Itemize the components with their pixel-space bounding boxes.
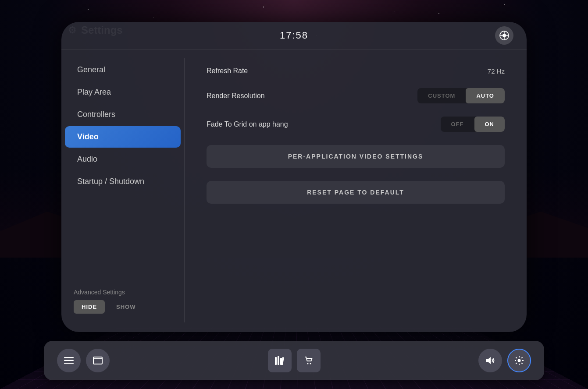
- window-button[interactable]: [86, 349, 110, 372]
- hide-advanced-button[interactable]: HIDE: [74, 300, 105, 314]
- refresh-rate-row: Refresh Rate 72 Hz: [207, 67, 505, 75]
- settings-button[interactable]: [507, 349, 531, 372]
- main-content: General Play Area Controllers Video Audi…: [61, 50, 527, 331]
- hamburger-button[interactable]: [57, 349, 81, 372]
- svg-rect-4: [64, 363, 74, 364]
- show-advanced-button[interactable]: SHOW: [108, 300, 143, 314]
- library-button[interactable]: [268, 349, 292, 372]
- store-button[interactable]: [297, 349, 321, 372]
- svg-rect-3: [64, 360, 74, 361]
- svg-point-11: [307, 363, 308, 364]
- svg-rect-7: [275, 357, 277, 365]
- reset-page-button[interactable]: RESET PAGE TO DEFAULT: [207, 181, 505, 204]
- taskbar: [44, 341, 544, 380]
- fade-to-grid-label: Fade To Grid on app hang: [207, 120, 288, 128]
- sidebar-item-general[interactable]: General: [65, 59, 181, 81]
- render-resolution-toggle: CUSTOM AUTO: [417, 88, 505, 103]
- sidebar-item-play-area[interactable]: Play Area: [65, 81, 181, 103]
- fade-on-option[interactable]: ON: [474, 117, 505, 132]
- render-custom-option[interactable]: CUSTOM: [417, 88, 466, 103]
- render-auto-option[interactable]: AUTO: [466, 88, 505, 103]
- svg-rect-2: [64, 357, 74, 358]
- taskbar-right: [478, 349, 531, 372]
- sidebar-item-controllers[interactable]: Controllers: [65, 104, 181, 125]
- sidebar-item-startup-shutdown[interactable]: Startup / Shutdown: [65, 171, 181, 192]
- fade-to-grid-row: Fade To Grid on app hang OFF ON: [207, 117, 505, 132]
- panel-header: 17:58: [61, 22, 527, 50]
- volume-button[interactable]: [478, 349, 502, 372]
- refresh-rate-value: 72 Hz: [488, 67, 505, 75]
- sidebar-bottom: Advanced Settings HIDE SHOW: [61, 280, 184, 322]
- render-resolution-row: Render Resolution CUSTOM AUTO: [207, 88, 505, 103]
- per-app-video-button[interactable]: PER-APPLICATION VIDEO SETTINGS: [207, 145, 505, 168]
- svg-rect-5: [93, 357, 102, 364]
- svg-marker-13: [486, 357, 491, 364]
- sidebar-item-audio[interactable]: Audio: [65, 149, 181, 170]
- settings-panel: 17:58 General Play Area Controllers: [61, 22, 527, 332]
- clock: 17:58: [280, 30, 308, 41]
- sidebar-nav: General Play Area Controllers Video Audi…: [61, 58, 184, 280]
- fade-to-grid-toggle: OFF ON: [441, 117, 505, 132]
- right-panel: Refresh Rate 72 Hz Render Resolution CUS…: [185, 50, 527, 331]
- svg-point-14: [518, 359, 521, 362]
- fade-off-option[interactable]: OFF: [441, 117, 474, 132]
- taskbar-center: [110, 349, 478, 372]
- advanced-settings-label: Advanced Settings: [74, 289, 172, 296]
- refresh-rate-label: Refresh Rate: [207, 67, 248, 75]
- render-resolution-label: Render Resolution: [207, 92, 265, 100]
- sidebar: General Play Area Controllers Video Audi…: [61, 50, 184, 331]
- svg-point-1: [502, 34, 506, 37]
- svg-point-12: [310, 363, 311, 364]
- taskbar-left: [57, 349, 110, 372]
- advanced-toggle-group: HIDE SHOW: [74, 300, 172, 314]
- sidebar-item-video[interactable]: Video: [65, 126, 181, 148]
- svg-rect-8: [278, 356, 279, 365]
- steam-button[interactable]: [495, 26, 513, 45]
